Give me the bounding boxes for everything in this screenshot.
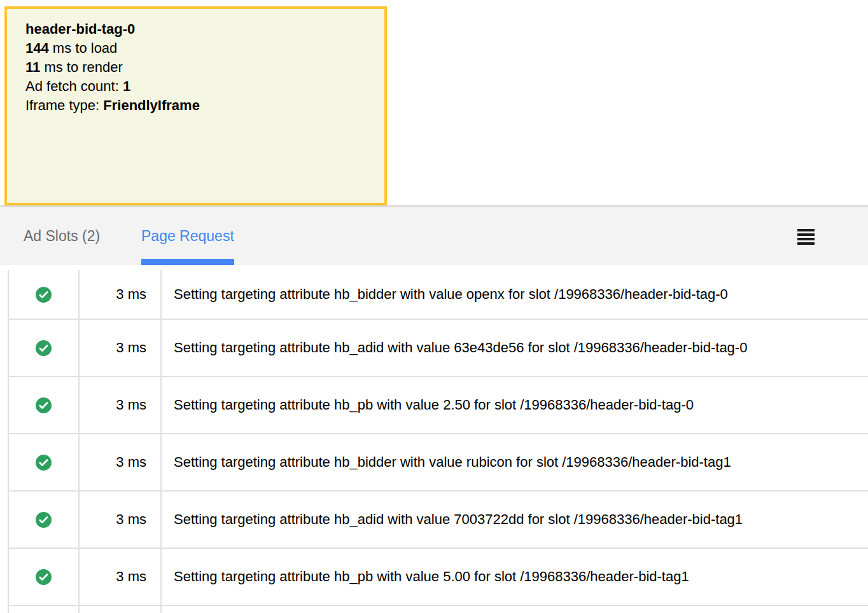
render-ms-label: ms to render <box>44 59 123 75</box>
success-check-icon <box>36 569 52 585</box>
log-time <box>80 606 162 613</box>
load-ms-label: ms to load <box>53 40 118 56</box>
success-check-icon <box>36 397 52 413</box>
load-ms-value: 144 <box>25 40 49 56</box>
ad-fetch-count-value: 1 <box>123 78 130 94</box>
render-time-line: 11 ms to render <box>25 58 372 77</box>
iframe-type-label: Iframe type: <box>25 97 99 113</box>
log-message: Setting targeting attribute hb_pb with v… <box>162 549 868 605</box>
active-tab-underline <box>141 259 234 265</box>
render-ms-value: 11 <box>25 59 40 75</box>
menu-icon-bar <box>797 233 815 236</box>
console-tab-bar: Ad Slots (2) Page Request <box>0 205 868 265</box>
menu-icon-bar <box>797 238 815 240</box>
log-message: Setting targeting attribute hb_adid with… <box>162 492 868 548</box>
ad-fetch-count-line: Ad fetch count: 1 <box>25 77 372 96</box>
status-cell <box>9 320 80 376</box>
page-request-log-table: 3 ms Setting targeting attribute hb_bidd… <box>8 270 868 613</box>
status-cell <box>9 377 80 433</box>
log-row: 3 ms Setting targeting attribute hb_pb w… <box>9 549 868 606</box>
status-cell <box>9 270 80 319</box>
tab-ad-slots[interactable]: Ad Slots (2) <box>24 207 100 265</box>
log-time: 3 ms <box>80 320 162 376</box>
iframe-type-value: FriendlyIframe <box>103 97 200 113</box>
status-cell <box>9 492 80 548</box>
log-message: Setting targeting attribute hb_bidder wi… <box>162 434 868 490</box>
success-check-icon <box>36 455 52 471</box>
menu-icon[interactable] <box>797 229 815 245</box>
log-row: 3 ms Setting targeting attribute hb_pb w… <box>9 377 868 434</box>
log-message: Setting targeting attribute hb_pb with v… <box>162 377 868 433</box>
load-time-line: 144 ms to load <box>25 39 372 58</box>
slot-name-title: header-bid-tag-0 <box>25 20 372 39</box>
log-row: 3 ms Setting targeting attribute hb_adid… <box>9 320 868 377</box>
log-message: Setting targeting attribute hb_bidder wi… <box>162 270 868 319</box>
menu-icon-bar <box>797 242 815 245</box>
slot-info-tooltip: header-bid-tag-0 144 ms to load 11 ms to… <box>4 6 387 205</box>
log-time: 3 ms <box>80 434 162 490</box>
log-time: 3 ms <box>80 492 162 548</box>
log-row: 3 ms Setting targeting attribute hb_adid… <box>9 492 868 549</box>
status-cell <box>9 549 80 605</box>
log-row: 3 ms Setting targeting attribute hb_bidd… <box>9 270 868 320</box>
success-check-icon <box>36 287 52 303</box>
tab-page-request-label: Page Request <box>141 228 234 245</box>
log-row-partial <box>9 606 868 613</box>
success-check-icon <box>36 512 52 528</box>
log-time: 3 ms <box>80 270 162 319</box>
success-check-icon <box>36 340 52 356</box>
tab-ad-slots-label: Ad Slots (2) <box>24 228 100 245</box>
menu-icon-bar <box>797 229 815 231</box>
log-row: 3 ms Setting targeting attribute hb_bidd… <box>9 434 868 492</box>
log-time: 3 ms <box>80 549 162 605</box>
status-cell <box>9 606 80 613</box>
log-message: Setting targeting attribute hb_adid with… <box>162 320 868 376</box>
iframe-type-line: Iframe type: FriendlyIframe <box>25 96 372 115</box>
log-message <box>162 606 868 613</box>
log-time: 3 ms <box>80 377 162 433</box>
status-cell <box>9 434 80 490</box>
tab-page-request[interactable]: Page Request <box>141 207 234 265</box>
ad-fetch-count-label: Ad fetch count: <box>25 78 119 94</box>
